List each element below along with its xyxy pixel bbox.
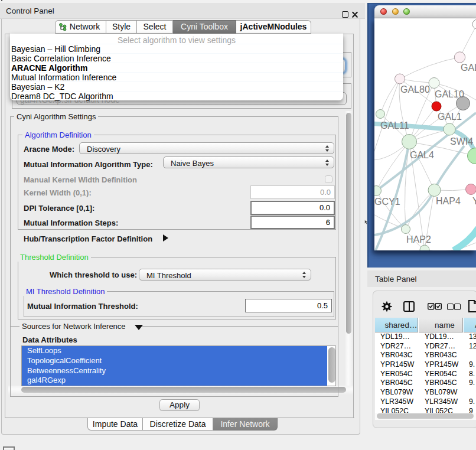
svg-text:HAP4: HAP4 <box>436 196 461 206</box>
svg-text:GAL10: GAL10 <box>435 89 464 99</box>
svg-text:GAL1: GAL1 <box>438 112 462 122</box>
svg-text:HAP2: HAP2 <box>406 234 431 244</box>
svg-text:GCY1: GCY1 <box>374 197 400 207</box>
svg-text:GAL: GAL <box>461 63 476 73</box>
svg-text:GAL11: GAL11 <box>380 120 409 131</box>
svg-text:GAL4: GAL4 <box>410 150 434 160</box>
svg-text:Y: Y <box>472 196 476 206</box>
svg-text:SWI4: SWI4 <box>450 136 473 146</box>
svg-text:GAL80: GAL80 <box>400 84 430 94</box>
